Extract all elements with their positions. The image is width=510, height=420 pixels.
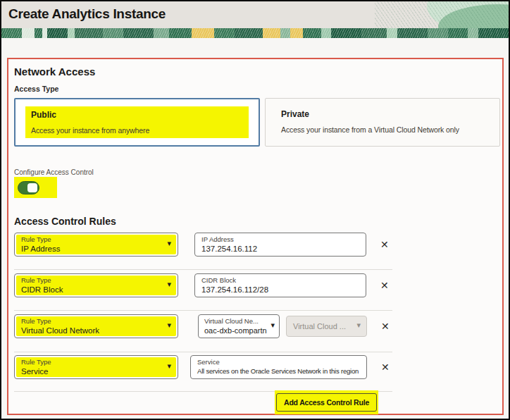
access-type-option-public[interactable]: Public Access your instance from anywher… (14, 98, 260, 147)
access-control-toggle[interactable] (18, 181, 39, 194)
toggle-knob (27, 183, 37, 192)
public-option-description: Access your instance from anywhere (31, 126, 243, 135)
dialog-header: Create Analytics Instance (1, 1, 509, 28)
vcn-select-disabled: Virtual Cloud ... ▾ (286, 316, 367, 337)
rule-type-label: Rule Type (21, 277, 176, 284)
field-value: 137.254.16.112/28 (201, 285, 366, 294)
rule-type-highlight: Rule Type CIDR Block (16, 276, 176, 295)
remove-rule-button[interactable]: ✕ (378, 238, 392, 251)
remove-rule-button[interactable]: ✕ (378, 279, 392, 292)
access-type-options: Public Access your instance from anywher… (14, 98, 502, 147)
field-label: Virtual Cloud Ne... (204, 318, 279, 325)
section-heading-access-control-rules: Access Control Rules (14, 216, 502, 226)
ip-address-input[interactable]: IP Address 137.254.16.112 (194, 233, 366, 257)
screenshot-frame: Create Analytics Instance Network Access… (0, 0, 510, 420)
public-option-highlight: Public Access your instance from anywher… (25, 106, 249, 138)
service-input[interactable]: Service All services on the Oracle Servi… (190, 355, 367, 379)
field-label: IP Address (201, 236, 366, 243)
row-divider (14, 310, 392, 311)
rule-type-highlight: Rule Type Virtual Cloud Network (16, 316, 176, 336)
rule-type-select[interactable]: Rule Type Service ▾ (14, 355, 178, 379)
access-type-option-private[interactable]: Private Access your instance from a Virt… (265, 98, 500, 147)
add-access-control-rule-button[interactable]: Add Access Control Rule (276, 393, 377, 412)
rule-type-select[interactable]: Rule Type IP Address ▾ (14, 233, 178, 257)
private-option-title: Private (281, 109, 484, 119)
field-label: CIDR Block (201, 277, 366, 284)
network-access-panel: Network Access Access Type Public Access… (7, 58, 504, 415)
rule-type-value: IP Address (21, 245, 176, 253)
field-value: 137.254.16.112 (201, 245, 366, 253)
rule-type-label: Rule Type (21, 236, 176, 243)
access-control-rules-list: Rule Type IP Address ▾ IP Address 137.25… (14, 233, 502, 414)
chevron-down-icon: ▾ (356, 321, 361, 330)
header-hatch-pattern (375, 1, 509, 28)
access-control-rule-row: Rule Type IP Address ▾ IP Address 137.25… (14, 233, 502, 257)
rule-type-select[interactable]: Rule Type Virtual Cloud Network ▾ (14, 314, 178, 338)
field-value: Virtual Cloud ... (293, 322, 346, 331)
row-divider (14, 269, 392, 270)
public-option-title: Public (31, 110, 243, 120)
add-rule-highlight: Add Access Control Rule (275, 390, 378, 414)
decorative-banner (1, 28, 509, 38)
rule-type-highlight: Rule Type Service (16, 357, 176, 377)
field-value: All services on the Oracle Services Netw… (197, 367, 364, 376)
access-control-rule-row: Rule Type Virtual Cloud Network ▾ Virtua… (14, 314, 502, 338)
rule-type-label: Rule Type (21, 359, 176, 366)
rule-type-value: Service (21, 367, 176, 376)
section-heading-network-access: Network Access (14, 66, 502, 78)
rule-type-select[interactable]: Rule Type CIDR Block ▾ (14, 273, 178, 297)
cidr-block-input[interactable]: CIDR Block 137.254.16.112/28 (194, 273, 366, 297)
rule-type-label: Rule Type (21, 318, 176, 325)
field-label: Service (197, 359, 364, 366)
private-option-description: Access your instance from a Virtual Clou… (281, 125, 484, 134)
access-control-rule-row: Rule Type CIDR Block ▾ CIDR Block 137.25… (14, 273, 502, 297)
field-value: oac-dxb-compartn (204, 326, 279, 335)
vcn-compartment-select[interactable]: Virtual Cloud Ne... oac-dxb-compartn ▾ (198, 314, 280, 338)
remove-rule-button[interactable]: ✕ (378, 361, 392, 373)
rule-type-highlight: Rule Type IP Address (16, 235, 176, 254)
access-type-label: Access Type (14, 85, 502, 93)
toggle-highlight (14, 177, 57, 198)
rule-type-value: Virtual Cloud Network (21, 326, 176, 335)
rule-type-value: CIDR Block (21, 285, 176, 294)
access-control-rule-row: Rule Type Service ▾ Service All services… (14, 355, 502, 379)
row-divider (14, 352, 392, 352)
remove-rule-button[interactable]: ✕ (378, 320, 392, 333)
configure-access-control-label: Configure Access Control (14, 168, 502, 176)
dialog-title: Create Analytics Instance (8, 6, 166, 22)
